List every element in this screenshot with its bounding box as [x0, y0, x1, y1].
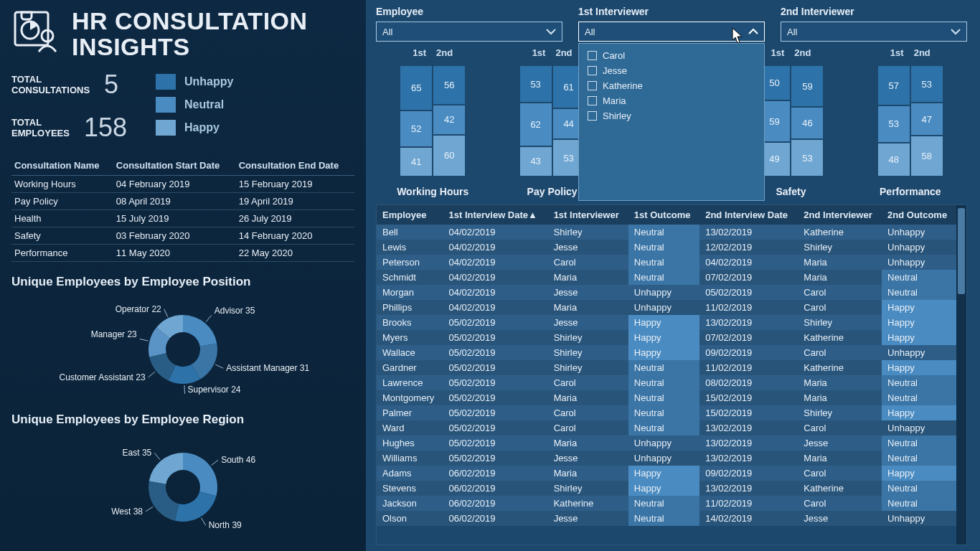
consult-row: Health15 July 201926 July 2019: [11, 210, 354, 227]
bar-segment: 53: [878, 106, 910, 142]
grid-row[interactable]: Lawrence05/02/2019CarolNeutral08/02/2019…: [377, 375, 956, 390]
stacked-column[interactable]: 575348: [878, 66, 910, 176]
grid-row[interactable]: Phillips04/02/2019MariaUnhappy11/02/2019…: [377, 300, 956, 315]
grid-header[interactable]: 2nd Interview Date: [699, 205, 798, 225]
svg-line-12: [154, 453, 160, 460]
stacked-column[interactable]: 536243: [520, 66, 552, 176]
bar-segment: 59: [791, 66, 823, 106]
kpi-total-consultations: TOTAL CONSULTATIONS 5: [11, 70, 127, 100]
bar-segment: 53: [791, 140, 823, 176]
donut-label: Advisor 35: [215, 306, 255, 316]
grid-header[interactable]: 1st Interviewer: [548, 205, 628, 225]
checkbox-icon[interactable]: [588, 66, 597, 75]
consultations-table: Consultation NameConsultation Start Date…: [11, 156, 354, 262]
mouse-cursor-icon: [732, 27, 745, 44]
svg-line-7: [140, 339, 149, 342]
grid-row[interactable]: Wallace05/02/2019ShirleyHappy09/02/2019C…: [377, 345, 956, 360]
kpi-total-employees: TOTAL EMPLOYEES 158: [11, 113, 127, 143]
grid-header[interactable]: 1st Interview Date ▲: [443, 205, 548, 225]
bar-segment: 42: [433, 105, 465, 134]
grid-row[interactable]: Lewis04/02/2019JesseNeutral12/02/2019Shi…: [377, 240, 956, 255]
region-donut-chart: South 46North 39West 38East 35: [39, 430, 326, 537]
svg-line-8: [164, 309, 168, 317]
position-donut-chart: Advisor 35Assistant Manager 31Supervisor…: [39, 292, 326, 400]
bar-segment: 56: [433, 66, 465, 104]
outcome-legend: Unhappy Neutral Happy: [156, 74, 233, 136]
mini-chart-label: Pay Policy: [527, 186, 578, 197]
grid-row[interactable]: Peterson04/02/2019CarolNeutral04/02/2019…: [377, 255, 956, 270]
consult-header[interactable]: Consultation Name: [11, 156, 113, 176]
bar-segment: 46: [791, 108, 823, 138]
chevron-down-icon: [951, 28, 961, 35]
grid-header[interactable]: Employee: [377, 205, 443, 225]
grid-row[interactable]: Brooks05/02/2019JesseHappy13/02/2019Shir…: [377, 315, 956, 330]
bar-segment: 65: [400, 66, 432, 110]
grid-header[interactable]: 2nd Outcome: [882, 205, 956, 225]
dropdown-option[interactable]: Maria: [579, 93, 764, 108]
interviewer1-dropdown[interactable]: CarolJesseKatherineMariaShirley: [578, 43, 765, 201]
grid-row[interactable]: Myers05/02/2019ShirleyHappy07/02/2019Kat…: [377, 330, 956, 345]
checkbox-icon[interactable]: [588, 51, 597, 60]
donut-label: Customer Assistant 23: [60, 372, 146, 382]
stacked-column[interactable]: 564260: [433, 66, 465, 176]
grid-scrollbar[interactable]: [956, 205, 966, 545]
employee-select[interactable]: All: [376, 22, 562, 42]
mini-chart-label: Safety: [776, 186, 806, 197]
interviewer2-select[interactable]: All: [781, 22, 967, 42]
filter-1st-interviewer: 1st Interviewer All CarolJesseKatherineM…: [578, 6, 765, 42]
consult-row: Performance11 May 202022 May 2020: [11, 245, 354, 262]
consult-header[interactable]: Consultation End Date: [236, 156, 354, 176]
checkbox-icon[interactable]: [588, 96, 597, 105]
sort-asc-icon: ▲: [528, 209, 537, 220]
grid-header[interactable]: 1st Outcome: [628, 205, 699, 225]
donut-label: West 38: [111, 507, 143, 517]
donut-slice[interactable]: [183, 453, 217, 496]
dropdown-option[interactable]: Jesse: [579, 63, 764, 78]
donut-label: Supervisor 24: [187, 385, 240, 395]
donut-slice[interactable]: [149, 481, 179, 521]
dropdown-option[interactable]: Shirley: [579, 108, 764, 123]
dropdown-option[interactable]: Carol: [579, 48, 764, 63]
grid-row[interactable]: Morgan04/02/2019JesseUnhappy05/02/2019Ca…: [377, 285, 956, 300]
donut-label: North 39: [209, 521, 242, 531]
grid-row[interactable]: Palmer05/02/2019CarolNeutral15/02/2019Sh…: [377, 405, 956, 420]
grid-row[interactable]: Hughes05/02/2019MariaUnhappy13/02/2019Je…: [377, 435, 956, 451]
bar-segment: 43: [520, 147, 552, 176]
mini-chart: 1st2nd655241564260Working Hours: [376, 47, 489, 197]
consult-header[interactable]: Consultation Start Date: [113, 156, 236, 176]
dropdown-option[interactable]: Katherine: [579, 78, 764, 93]
donut-slice[interactable]: [175, 492, 217, 522]
checkbox-icon[interactable]: [588, 111, 597, 121]
grid-row[interactable]: Schmidt04/02/2019MariaNeutral07/02/2019M…: [377, 270, 956, 285]
grid-header[interactable]: 2nd Interviewer: [798, 205, 882, 225]
donut-slice[interactable]: [149, 453, 183, 484]
position-chart-title: Unique Employees by Employee Position: [11, 275, 354, 289]
svg-line-11: [146, 507, 153, 512]
bar-segment: 53: [520, 66, 552, 102]
stacked-column[interactable]: 594653: [791, 66, 823, 176]
grid-row[interactable]: Adams06/02/2019MariaHappy09/02/2019Carol…: [377, 466, 956, 481]
grid-row[interactable]: Olson06/02/2019JesseNeutral14/02/2019Jes…: [377, 511, 956, 526]
bar-segment: 60: [433, 136, 465, 176]
bar-segment: 62: [520, 103, 552, 145]
grid-row[interactable]: Gardner05/02/2019ShirleyNeutral11/02/201…: [377, 360, 956, 375]
donut-label: Manager 23: [91, 330, 137, 340]
interviews-grid[interactable]: Employee1st Interview Date ▲1st Intervie…: [377, 205, 956, 545]
chevron-up-icon: [748, 28, 758, 35]
swatch-neutral: [156, 97, 176, 113]
stacked-column[interactable]: 655241: [400, 66, 432, 176]
stacked-column[interactable]: 534758: [911, 66, 943, 176]
grid-row[interactable]: Ward05/02/2019CarolNeutral13/02/2019Caro…: [377, 420, 956, 435]
grid-row[interactable]: Williams05/02/2019JesseUnhappy13/02/2019…: [377, 451, 956, 466]
swatch-unhappy: [156, 74, 176, 90]
donut-slice[interactable]: [183, 315, 217, 347]
grid-row[interactable]: Bell04/02/2019ShirleyNeutral13/02/2019Ka…: [377, 225, 956, 240]
consult-row: Pay Policy08 April 201919 April 2019: [11, 193, 354, 210]
svg-line-10: [202, 518, 206, 525]
grid-row[interactable]: Montgomery05/02/2019MariaNeutral15/02/20…: [377, 390, 956, 405]
grid-row[interactable]: Stevens06/02/2019ShirleyHappy13/02/2019K…: [377, 481, 956, 496]
filter-2nd-interviewer: 2nd Interviewer All: [781, 6, 967, 42]
consult-row: Safety03 February 202014 February 2020: [11, 227, 354, 245]
checkbox-icon[interactable]: [588, 81, 597, 90]
grid-row[interactable]: Jackson06/02/2019KatherineNeutral11/02/2…: [377, 496, 956, 511]
